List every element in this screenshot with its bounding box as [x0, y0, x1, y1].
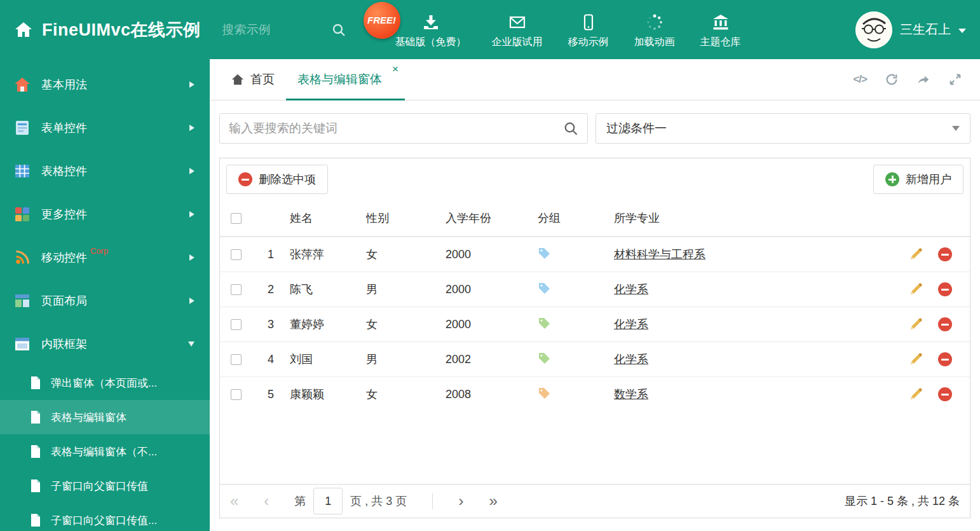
delete-row-icon[interactable] — [938, 387, 952, 401]
nav-basic-free[interactable]: FREE! 基础版（免费） — [395, 11, 466, 49]
tag-icon — [538, 247, 550, 259]
signal-icon — [14, 249, 31, 266]
file-icon — [29, 513, 42, 527]
divider — [432, 493, 433, 509]
sidebar-item-basic-usage[interactable]: 基本用法 — [0, 63, 210, 106]
nav-theme-store[interactable]: 主题仓库 — [700, 11, 741, 49]
sidebar-subitem-grid-edit-window-2[interactable]: 表格与编辑窗体（不... — [0, 434, 210, 469]
delete-row-icon[interactable] — [938, 352, 952, 366]
cell-name: 张萍萍 — [290, 247, 366, 262]
next-page-icon[interactable]: › — [458, 493, 463, 509]
edit-icon[interactable] — [909, 317, 923, 331]
filter-dropdown[interactable]: 过滤条件一 — [595, 113, 970, 144]
sidebar: 基本用法 表单控件 表格控件 更多控件 — [0, 59, 210, 531]
row-checkbox[interactable] — [231, 249, 242, 260]
free-badge: FREE! — [364, 2, 400, 39]
keyword-search-input[interactable] — [229, 121, 563, 135]
avatar — [855, 11, 892, 48]
data-table: 姓名 性别 入学年份 分组 所学专业 1 张萍萍 女 2000 — [220, 200, 970, 411]
first-page-icon[interactable]: « — [230, 493, 238, 509]
edit-icon[interactable] — [909, 282, 923, 296]
source-code-icon[interactable]: </> — [853, 73, 867, 86]
search-icon[interactable] — [332, 23, 346, 37]
add-user-button[interactable]: 新增用户 — [873, 165, 963, 194]
major-link[interactable]: 数学系 — [614, 388, 648, 401]
file-icon — [29, 376, 42, 390]
header-search-input[interactable] — [222, 23, 324, 37]
search-icon[interactable] — [563, 121, 578, 136]
filter-row: 过滤条件一 — [219, 113, 970, 144]
sidebar-subitem-child-to-parent[interactable]: 子窗口向父窗口传值 — [0, 469, 210, 503]
sidebar-item-mobile-controls[interactable]: 移动控件 Corp — [0, 236, 210, 279]
sidebar-item-form-controls[interactable]: 表单控件 — [0, 106, 210, 149]
nav-mobile-demo[interactable]: 移动示例 — [568, 11, 609, 49]
cell-gender: 女 — [366, 317, 446, 332]
sidebar-subitem-grid-edit-window[interactable]: 表格与编辑窗体 — [0, 400, 210, 434]
edit-icon[interactable] — [909, 387, 923, 401]
col-gender: 性别 — [366, 210, 446, 226]
table-row[interactable]: 1 张萍萍 女 2000 材料科学与工程系 — [220, 237, 970, 272]
delete-row-icon[interactable] — [938, 317, 952, 331]
expand-icon[interactable] — [948, 72, 962, 86]
tag-icon — [538, 387, 550, 399]
cell-year: 2002 — [446, 353, 538, 366]
sidebar-subitem-child-to-parent-2[interactable]: 子窗口向父窗口传值... — [0, 503, 210, 531]
home-icon — [231, 72, 245, 86]
tag-icon — [538, 282, 550, 294]
edit-icon[interactable] — [909, 247, 923, 261]
refresh-icon[interactable] — [885, 72, 899, 86]
cell-name: 陈飞 — [290, 282, 366, 297]
prev-page-icon[interactable]: ‹ — [264, 493, 269, 509]
tab-home[interactable]: 首页 — [219, 59, 286, 100]
row-checkbox[interactable] — [231, 284, 242, 295]
delete-selected-button[interactable]: 删除选中项 — [226, 165, 328, 194]
row-number: 3 — [252, 318, 290, 331]
major-link[interactable]: 材料科学与工程系 — [614, 248, 705, 261]
table-row[interactable]: 5 康颖颖 女 2008 数学系 — [220, 376, 970, 411]
nav-loading-animation[interactable]: 加载动画 — [634, 11, 675, 49]
tab-tools: </> — [853, 59, 980, 100]
main-area: 首页 表格与编辑窗体 × </> — [210, 59, 980, 531]
delete-row-icon[interactable] — [938, 282, 952, 296]
table-row[interactable]: 3 董婷婷 女 2000 化学系 — [220, 307, 970, 341]
cell-gender: 女 — [366, 247, 446, 262]
row-number: 1 — [252, 248, 290, 261]
sidebar-item-grid-controls[interactable]: 表格控件 — [0, 149, 210, 193]
cell-year: 2000 — [446, 318, 538, 331]
tab-grid-edit-window[interactable]: 表格与编辑窗体 × — [286, 59, 405, 100]
grid-panel: 删除选中项 新增用户 姓名 性别 入学年份 — [219, 158, 970, 518]
layout-icon — [14, 293, 31, 309]
brand[interactable]: FineUIMvc在线示例 — [0, 18, 201, 41]
select-all-checkbox[interactable] — [231, 213, 242, 224]
nav-enterprise-trial[interactable]: 企业版试用 — [492, 11, 543, 49]
home-icon — [14, 20, 33, 39]
download-icon — [422, 13, 440, 31]
row-checkbox[interactable] — [231, 389, 242, 400]
row-checkbox[interactable] — [231, 319, 242, 330]
user-name: 三生石上 — [900, 21, 951, 38]
delete-row-icon[interactable] — [938, 247, 952, 261]
chevron-down-icon — [188, 341, 194, 347]
major-link[interactable]: 化学系 — [614, 283, 648, 296]
table-row[interactable]: 2 陈飞 男 2000 化学系 — [220, 272, 970, 307]
nav-label: 基础版（免费） — [395, 36, 466, 49]
major-link[interactable]: 化学系 — [614, 318, 648, 331]
nav-label: 主题仓库 — [700, 36, 741, 49]
major-link[interactable]: 化学系 — [614, 353, 648, 366]
last-page-icon[interactable]: » — [489, 493, 497, 509]
chevron-right-icon — [189, 168, 194, 174]
chevron-down-icon — [952, 126, 960, 131]
close-icon[interactable]: × — [392, 64, 398, 74]
file-icon — [29, 410, 42, 424]
page-number-input[interactable] — [313, 488, 343, 514]
sidebar-item-inline-frame[interactable]: 内联框架 — [0, 322, 210, 366]
row-checkbox[interactable] — [231, 354, 242, 365]
edit-icon[interactable] — [909, 352, 923, 366]
nav-label: 加载动画 — [634, 36, 675, 49]
sidebar-item-page-layout[interactable]: 页面布局 — [0, 279, 210, 322]
sidebar-subitem-popup-window[interactable]: 弹出窗体（本页面或... — [0, 366, 210, 400]
table-row[interactable]: 4 刘国 男 2002 化学系 — [220, 341, 970, 376]
user-menu[interactable]: 三生石上 — [855, 11, 966, 48]
share-icon[interactable] — [916, 72, 930, 86]
sidebar-item-more-controls[interactable]: 更多控件 — [0, 193, 210, 236]
